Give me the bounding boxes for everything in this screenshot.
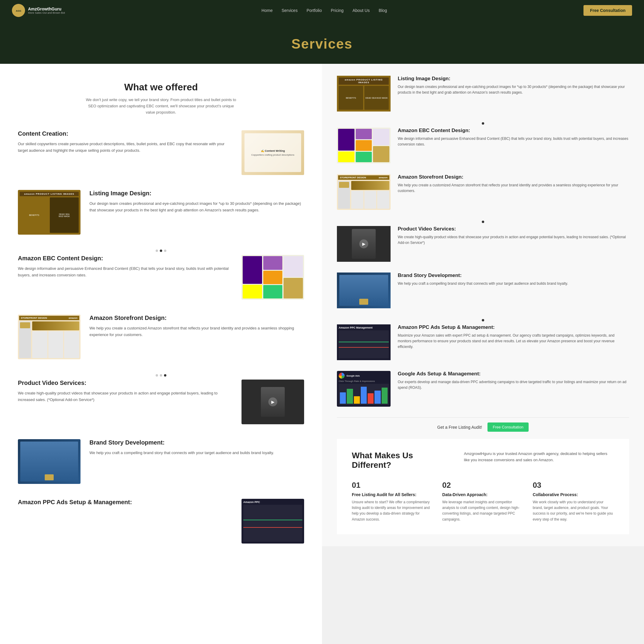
service-title-storefront-right: Amazon Storefront Design: — [398, 174, 629, 180]
service-title-ebc-right: Amazon EBC Content Design: — [398, 128, 629, 134]
feature-desc-3: We work closely with you to understand y… — [533, 499, 614, 522]
service-desc-google-ads: Our experts develop and manage data-driv… — [398, 379, 629, 391]
service-text-ppc: Amazon PPC Ads Setup & Management: — [18, 499, 233, 509]
navbar: AGG AmzGrowthGuru More Sales Out and Bro… — [0, 0, 644, 21]
service-desc-video: We create high-quality product videos th… — [18, 390, 233, 403]
nav-pricing[interactable]: Pricing — [331, 8, 344, 13]
feature-desc-1: Unsure where to start? We offer a compli… — [352, 499, 433, 522]
service-text-brand-right: Brand Story Development: We help you cra… — [398, 273, 629, 287]
service-row-storefront-right: STOREFRONT DESIGNamazon — [337, 174, 629, 210]
right-dots-2 — [337, 221, 629, 223]
nav-blog[interactable]: Blog — [379, 8, 387, 13]
service-text-storefront-right: Amazon Storefront Design: We help you cr… — [398, 174, 629, 194]
service-image-content-creation: ✍ Content Writing Copywriters crafting p… — [241, 130, 304, 175]
service-text-ebc: Amazon EBC Content Design: We design inf… — [18, 255, 233, 278]
logo-area: AGG AmzGrowthGuru More Sales Out and Bro… — [12, 4, 65, 17]
service-row-listing-right: amazon PRODUCT LISTING IMAGES BENEFITS D… — [337, 76, 629, 112]
service-item-ppc: Amazon PPC Ads Setup & Management: Amazo… — [18, 499, 304, 544]
service-text-brand: Brand Story Development: We help you cra… — [89, 439, 304, 456]
nav-home[interactable]: Home — [261, 8, 273, 13]
service-text-storefront: Amazon Storefront Design: We help you cr… — [89, 315, 304, 338]
nav-portfolio[interactable]: Portfolio — [306, 8, 322, 13]
service-text-content-creation: Content Creation: Our skilled copywriter… — [18, 130, 233, 154]
service-title-content-creation: Content Creation: — [18, 130, 233, 137]
service-row-ebc-right: Amazon EBC Content Design: We design inf… — [337, 128, 629, 163]
service-title-listing-right: Listing Image Design: — [398, 76, 629, 82]
logo-icon: AGG — [12, 4, 25, 17]
feature-title-2: Data-Driven Approach: — [442, 492, 524, 497]
video-play-icon-right: ▶ — [359, 239, 368, 248]
dot-active — [160, 250, 162, 252]
service-image-brand — [18, 439, 81, 484]
feature-num-1: 01 — [352, 481, 433, 490]
nav-services[interactable]: Services — [281, 8, 298, 13]
free-consultation-button[interactable]: Free Consultation — [583, 5, 632, 16]
features-grid: 01 Free Listing Audit for All Sellers: U… — [352, 481, 614, 522]
service-item-ebc: Amazon EBC Content Design: We design inf… — [18, 255, 304, 300]
service-text-ppc-right: Amazon PPC Ads Setup & Management: Maxim… — [398, 324, 629, 350]
dot — [164, 250, 166, 252]
service-title-ppc-right: Amazon PPC Ads Setup & Management: — [398, 324, 629, 330]
service-title-brand: Brand Story Development: — [89, 439, 304, 446]
service-item-listing: Listing Image Design: Our design team cr… — [18, 190, 304, 235]
section-subtitle: We don't just write copy, we tell your b… — [83, 97, 239, 115]
right-column: amazon PRODUCT LISTING IMAGES BENEFITS D… — [322, 64, 644, 644]
feature-title-1: Free Listing Audit for All Sellers: — [352, 492, 433, 497]
section-title: What we offered — [18, 82, 304, 93]
service-img-ppc-right: Amazon PPC Management — [337, 324, 391, 360]
service-row-video-right: ▶ Product Video Services: We create high… — [337, 226, 629, 262]
service-image-listing: amazon PRODUCT LISTING IMAGES BENEFITS D… — [18, 190, 81, 235]
dot — [482, 319, 484, 321]
nav-links: Home Services Portfolio Pricing About Us… — [261, 8, 387, 13]
hero-banner: Services — [0, 21, 644, 64]
service-img-google-ads: Google Ads Click Through Rate & Impressi… — [337, 371, 391, 407]
different-desc: AmzgrowtHguru is your trusted Amazon gro… — [464, 451, 614, 470]
service-desc-listing: Our design team creates professional and… — [89, 200, 304, 213]
service-desc-brand: We help you craft a compelling brand sto… — [89, 450, 304, 456]
service-img-brand-right — [337, 273, 391, 308]
service-desc-storefront-right: We help you create a customized Amazon s… — [398, 182, 629, 194]
page-wrapper: What we offered We don't just write copy… — [0, 64, 644, 644]
service-item-content-creation: Content Creation: Our skilled copywriter… — [18, 130, 304, 175]
service-text-listing-right: Listing Image Design: Our design team cr… — [398, 76, 629, 95]
service-title-listing: Listing Image Design: — [89, 190, 304, 197]
feature-item-1: 01 Free Listing Audit for All Sellers: U… — [352, 481, 433, 522]
service-desc-content-creation: Our skilled copywriters create persuasiv… — [18, 141, 233, 154]
feature-title-3: Collaborative Process: — [533, 492, 614, 497]
service-desc-listing-right: Our design team creates professional and… — [398, 84, 629, 95]
service-desc-ppc-right: Maximize your Amazon sales with expert P… — [398, 333, 629, 350]
service-image-video: ▶ — [241, 380, 304, 424]
service-desc-storefront: We help you create a customized Amazon s… — [89, 325, 304, 338]
right-panel: amazon PRODUCT LISTING IMAGES BENEFITS D… — [322, 64, 644, 546]
service-text-video: Product Video Services: We create high-q… — [18, 380, 233, 403]
feature-item-3: 03 Collaborative Process: We work closel… — [533, 481, 614, 522]
nav-about[interactable]: About Us — [352, 8, 370, 13]
main-content: What we offered We don't just write copy… — [0, 64, 322, 570]
service-img-video-right: ▶ — [337, 226, 391, 262]
different-section: What Makes Us Different? AmzgrowtHguru i… — [337, 439, 629, 534]
svg-text:AGG: AGG — [16, 10, 21, 12]
feature-num-2: 02 — [442, 481, 524, 490]
service-desc-ebc: We design informative and persuasive Enh… — [18, 265, 233, 278]
service-desc-ebc-right: We design informative and persuasive Enh… — [398, 136, 629, 147]
dot — [160, 374, 162, 377]
dot — [482, 122, 484, 125]
service-row-ppc-right: Amazon PPC Management Amazon PPC Ads Set… — [337, 324, 629, 360]
google-ads-logo-icon — [339, 373, 345, 379]
service-image-storefront: STOREFRONT DESIGN amazon — [18, 315, 81, 359]
service-title-ppc: Amazon PPC Ads Setup & Management: — [18, 499, 233, 506]
service-img-ebc-right — [337, 128, 391, 163]
service-text-ebc-right: Amazon EBC Content Design: We design inf… — [398, 128, 629, 147]
hero-title: Services — [6, 36, 638, 52]
left-column: What we offered We don't just write copy… — [0, 64, 322, 644]
service-title-google-ads: Google Ads Setup & Management: — [398, 371, 629, 377]
free-consult-button[interactable]: Free Consultation — [487, 422, 529, 432]
service-img-storefront-right: STOREFRONT DESIGNamazon — [337, 174, 391, 210]
service-title-brand-right: Brand Story Development: — [398, 273, 629, 278]
service-item-brand: Brand Story Development: We help you cra… — [18, 439, 304, 484]
service-row-google-ads: Google Ads Click Through Rate & Impressi… — [337, 371, 629, 407]
brand-tagline: More Sales Out and Brown Bot — [28, 11, 65, 14]
dot — [156, 250, 158, 252]
service-title-ebc: Amazon EBC Content Design: — [18, 255, 233, 262]
service-image-ppc: Amazon PPC — [241, 499, 304, 544]
